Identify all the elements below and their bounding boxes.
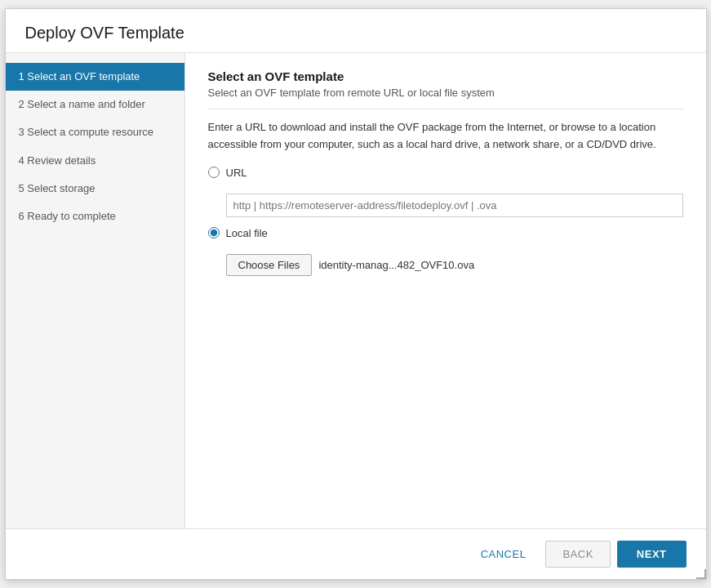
local-file-row: Choose Files identity-manag...482_OVF10.…	[226, 254, 683, 276]
sidebar-item-select-storage[interactable]: 5 Select storage	[6, 175, 184, 203]
sidebar-item-compute-resource[interactable]: 3 Select a compute resource	[6, 118, 184, 146]
deploy-ovf-dialog: Deploy OVF Template 1 Select an OVF temp…	[5, 8, 707, 580]
url-radio[interactable]	[208, 167, 220, 178]
description: Enter a URL to download and install the …	[208, 119, 683, 154]
sidebar-item-select-ovf[interactable]: 1 Select an OVF template	[6, 63, 184, 91]
cancel-button[interactable]: CANCEL	[468, 541, 540, 567]
dialog-footer: CANCEL BACK NEXT	[6, 528, 706, 579]
main-content: Select an OVF template Select an OVF tem…	[185, 53, 706, 528]
dialog-title: Deploy OVF Template	[6, 9, 706, 53]
dialog-body: 1 Select an OVF template 2 Select a name…	[6, 53, 706, 528]
url-option: URL	[208, 167, 683, 179]
sidebar-item-review-details[interactable]: 4 Review details	[6, 147, 184, 175]
sidebar-item-ready-complete[interactable]: 6 Ready to complete	[6, 203, 184, 230]
local-file-radio[interactable]	[208, 227, 220, 238]
resize-handle[interactable]	[696, 569, 706, 579]
local-file-label[interactable]: Local file	[226, 227, 268, 239]
sidebar-item-name-folder[interactable]: 2 Select a name and folder	[6, 91, 184, 118]
sidebar: 1 Select an OVF template 2 Select a name…	[6, 53, 185, 528]
choose-files-button[interactable]: Choose Files	[226, 254, 313, 276]
radio-group: URL Local file Choose Files identity-man…	[208, 167, 683, 276]
section-title: Select an OVF template	[208, 69, 683, 83]
section-subtitle: Select an OVF template from remote URL o…	[208, 87, 683, 109]
local-file-option: Local file	[208, 227, 683, 239]
selected-file-name: identity-manag...482_OVF10.ova	[318, 259, 474, 271]
next-button[interactable]: NEXT	[617, 541, 687, 568]
back-button[interactable]: BACK	[545, 541, 610, 568]
url-label[interactable]: URL	[226, 167, 247, 179]
url-input[interactable]	[226, 194, 683, 217]
